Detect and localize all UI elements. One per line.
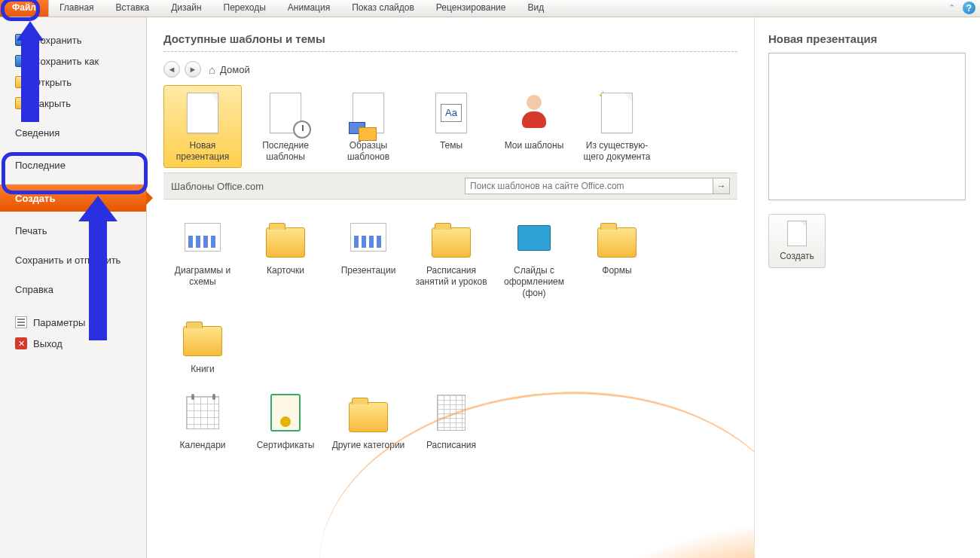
tile-books[interactable]: Книги — [163, 309, 242, 380]
help-icon[interactable]: ? — [963, 2, 975, 14]
ribbon-collapse-icon[interactable]: ⌃ — [945, 2, 958, 14]
divider — [163, 51, 737, 52]
tile-blank-presentation[interactable]: Новая презентация — [163, 85, 242, 168]
chart-icon — [350, 223, 386, 252]
search-go-button[interactable]: → — [713, 178, 730, 194]
slide-icon — [517, 225, 551, 251]
tile-presentations[interactable]: Презентации — [329, 210, 408, 304]
office-templates-bar: Шаблоны Office.com → — [163, 172, 737, 200]
backstage-sidebar: Сохранить Сохранить как Открыть Закрыть … — [0, 17, 147, 558]
sidebar-close[interactable]: Закрыть — [0, 93, 146, 114]
tile-recent-templates[interactable]: Последние шаблоны — [246, 85, 325, 168]
create-doc-icon — [787, 221, 807, 246]
tile-schedules[interactable]: Расписания — [412, 385, 490, 456]
tile-slide-designs[interactable]: Слайды с оформлением (фон) — [495, 210, 573, 304]
sidebar-new[interactable]: Создать — [0, 184, 146, 212]
sidebar-info[interactable]: Сведения — [0, 123, 146, 143]
tab-design[interactable]: Дизайн — [160, 0, 212, 17]
theme-aa-icon: Aa — [441, 104, 462, 122]
sidebar-share[interactable]: Сохранить и отправить — [0, 250, 146, 270]
tile-calendars[interactable]: Календари — [163, 385, 242, 456]
tab-slideshow[interactable]: Показ слайдов — [341, 0, 426, 17]
tile-certificates[interactable]: Сертификаты — [246, 385, 325, 456]
preview-thumbnail — [768, 53, 966, 200]
chart-icon — [185, 223, 221, 252]
preview-heading: Новая презентация — [768, 32, 966, 45]
close-icon — [15, 97, 27, 109]
sidebar-label: Сохранить — [33, 35, 82, 46]
home-icon[interactable]: ⌂ — [209, 63, 215, 76]
tile-diagrams[interactable]: Диаграммы и схемы — [163, 210, 242, 304]
save-as-icon — [15, 55, 27, 67]
template-row-local: Новая презентация Последние шаблоны Обра… — [163, 85, 737, 168]
sidebar-label: Сведения — [15, 127, 60, 139]
tile-my-templates[interactable]: Мои шаблоны — [495, 85, 573, 168]
tile-themes[interactable]: Aa Темы — [412, 85, 490, 168]
content-heading: Доступные шаблоны и темы — [163, 32, 737, 45]
sidebar-save-as[interactable]: Сохранить как — [0, 50, 146, 72]
create-label: Создать — [780, 251, 814, 261]
sidebar-label: Параметры — [33, 317, 85, 328]
doc-icon — [601, 93, 633, 133]
tile-cards[interactable]: Карточки — [246, 210, 325, 304]
tab-animation[interactable]: Анимация — [277, 0, 341, 17]
preview-panel: Новая презентация Создать — [754, 17, 980, 558]
options-icon — [15, 316, 27, 328]
clock-icon — [293, 120, 311, 139]
sidebar-label: Создать — [15, 193, 55, 204]
sidebar-options[interactable]: Параметры — [0, 312, 146, 333]
folder-icon — [183, 326, 222, 356]
table-icon — [437, 395, 466, 431]
sidebar-label: Последние — [15, 160, 66, 171]
office-bar-label: Шаблоны Office.com — [171, 181, 264, 192]
save-icon — [15, 34, 27, 46]
sidebar-exit[interactable]: ✕ Выход — [0, 333, 146, 354]
tile-forms[interactable]: Формы — [578, 210, 656, 304]
user-icon — [519, 95, 549, 131]
template-nav: ◄ ► ⌂ Домой — [163, 56, 737, 85]
folder-icon — [349, 402, 388, 432]
sidebar-recent[interactable]: Последние — [0, 155, 146, 175]
breadcrumb-home[interactable]: Домой — [220, 64, 250, 75]
tab-file[interactable]: Файл — [0, 0, 49, 17]
tab-home[interactable]: Главная — [49, 0, 105, 17]
office-search-input[interactable] — [465, 178, 713, 194]
tab-insert[interactable]: Вставка — [105, 0, 161, 17]
folder-icon — [266, 227, 305, 258]
tile-schedules-lessons[interactable]: Расписания занятий и уроков — [412, 210, 490, 304]
sidebar-label: Справка — [15, 284, 53, 295]
template-row-office-1: Диаграммы и схемы Карточки Презентации Р… — [163, 210, 737, 380]
tab-transitions[interactable]: Переходы — [213, 0, 277, 17]
sidebar-open[interactable]: Открыть — [0, 72, 146, 93]
sidebar-print[interactable]: Печать — [0, 221, 146, 241]
sidebar-save[interactable]: Сохранить — [0, 29, 146, 50]
screens-icon — [349, 122, 365, 134]
template-row-office-2: Календари Сертификаты Другие категории Р… — [163, 385, 737, 456]
tab-view[interactable]: Вид — [517, 0, 556, 17]
sidebar-help[interactable]: Справка — [0, 279, 146, 300]
sidebar-label: Выход — [33, 338, 63, 349]
certificate-icon — [270, 394, 301, 431]
folder-icon — [432, 227, 471, 258]
tile-more-categories[interactable]: Другие категории — [329, 385, 408, 456]
tile-from-existing[interactable]: ✦ Из существую­щего документа — [578, 85, 656, 168]
ribbon: Файл Главная Вставка Дизайн Переходы Ани… — [0, 0, 980, 17]
tile-sample-templates[interactable]: Образцы шаблонов — [329, 85, 408, 168]
tab-review[interactable]: Рецензирование — [426, 0, 517, 17]
sidebar-label: Закрыть — [33, 98, 71, 109]
sidebar-label: Открыть — [33, 77, 72, 88]
backstage-content: Доступные шаблоны и темы ◄ ► ⌂ Домой Нов… — [147, 17, 754, 558]
sidebar-label: Печать — [15, 225, 47, 236]
create-button[interactable]: Создать — [768, 214, 826, 268]
sidebar-label: Сохранить и отправить — [15, 255, 121, 266]
nav-back-button[interactable]: ◄ — [163, 61, 180, 78]
open-icon — [15, 76, 27, 88]
folder-icon — [597, 227, 637, 258]
blank-doc-icon — [187, 93, 218, 133]
sidebar-label: Сохранить как — [33, 56, 99, 67]
nav-forward-button[interactable]: ► — [185, 61, 201, 78]
exit-icon: ✕ — [15, 337, 27, 349]
calendar-icon — [186, 396, 219, 429]
